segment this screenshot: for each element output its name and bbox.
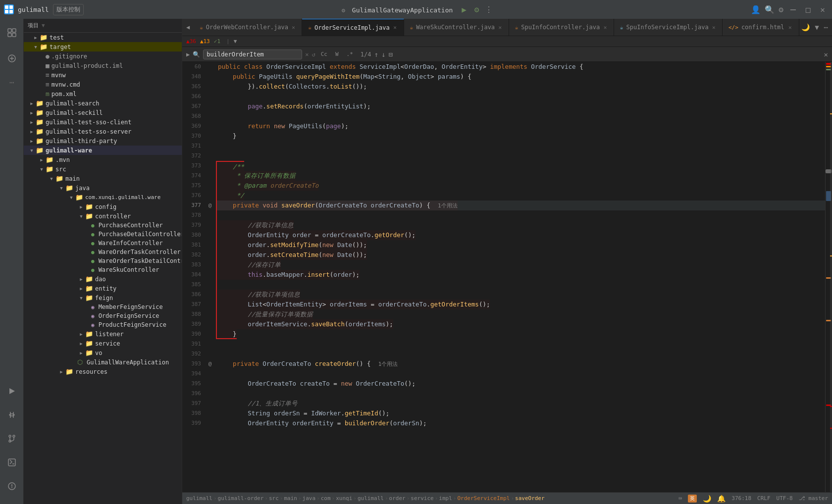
- breadcrumb-gulimall[interactable]: gulimall: [186, 495, 212, 502]
- split-editor-btn[interactable]: ⋯: [822, 22, 830, 32]
- tree-item-config[interactable]: ▶ 📁 config: [24, 202, 182, 211]
- tree-item-main[interactable]: ▼ 📁 main: [24, 174, 182, 183]
- debug-btn[interactable]: ⚙: [474, 5, 479, 14]
- project-label[interactable]: 项目: [28, 22, 39, 29]
- tree-item-mvnwcmd[interactable]: ≡ mvnw.cmd: [24, 80, 182, 89]
- tab-SpuInfoController[interactable]: ☕ SpuInfoController.java ✕: [509, 19, 614, 36]
- tree-item-java[interactable]: ▼ 📁 java: [24, 183, 182, 193]
- tree-item-MemberFeignService[interactable]: ◉ MemberFeignService: [24, 302, 182, 311]
- tree-item-gitignore[interactable]: ● .gitignore: [24, 51, 182, 61]
- tree-item-gulimall-sso-server[interactable]: ▶ 📁 gulimall-test-sso-server: [24, 127, 182, 136]
- sidebar-icon-terminal[interactable]: [2, 453, 22, 472]
- more-btn[interactable]: ⋮: [485, 5, 493, 14]
- breadcrumb-main[interactable]: main: [284, 495, 297, 502]
- tree-item-gulimall-third[interactable]: ▶ 📁 gulimall-third-party: [24, 136, 182, 146]
- search-next[interactable]: ↓: [381, 50, 385, 58]
- regex-btn[interactable]: .*: [344, 50, 356, 59]
- code-lines[interactable]: 60 public class OrderServiceImpl extends…: [182, 62, 825, 492]
- maximize-btn[interactable]: □: [803, 5, 814, 14]
- breadcrumb-com[interactable]: com: [321, 495, 331, 502]
- tree-item-service[interactable]: ▶ 📁 service: [24, 339, 182, 348]
- tree-item-package[interactable]: ▼ 📁 com.xunqi.gulimall.ware: [24, 193, 182, 202]
- search-refresh[interactable]: ↺: [312, 51, 315, 58]
- sidebar-icon-project[interactable]: [2, 23, 22, 43]
- line-ending[interactable]: CRLF: [757, 495, 771, 502]
- tree-item-target[interactable]: ▼ 📁 target: [24, 42, 182, 51]
- run-btn[interactable]: ▶: [462, 5, 467, 14]
- tab-WareSkuController[interactable]: ☕ WareSkuController.java ✕: [404, 19, 509, 36]
- breadcrumb-method[interactable]: saveOrder: [515, 495, 545, 502]
- tree-item-WareSkuController[interactable]: ● WareSkuController: [24, 265, 182, 274]
- breadcrumb-gulimall2[interactable]: gulimall: [358, 495, 384, 502]
- tree-item-pom[interactable]: m pom.xml: [24, 89, 182, 99]
- profile-icon[interactable]: 👤: [751, 5, 761, 14]
- search-clear[interactable]: ✕: [305, 51, 309, 58]
- git-branch[interactable]: ⎇ master: [799, 495, 828, 502]
- tree-item-WareInfoController[interactable]: ● WareInfoController: [24, 239, 182, 248]
- search-expand-btn[interactable]: ▶: [186, 51, 190, 58]
- tree-item-gulimall-seckill[interactable]: ▶ 📁 gulimall-seckill: [24, 108, 182, 117]
- tree-item-mvnw[interactable]: ≡ mvnw: [24, 70, 182, 80]
- tree-item-ProductFeignService[interactable]: ◉ ProductFeignService: [24, 320, 182, 329]
- sidebar-icon-run[interactable]: [2, 381, 22, 401]
- search-close[interactable]: ✕: [824, 50, 828, 58]
- moon-icon[interactable]: 🌙: [703, 495, 711, 503]
- tab-OrderServiceImpl[interactable]: ☕ OrderServiceImpl.java ✕: [302, 19, 404, 36]
- tree-item-OrderFeignService[interactable]: ◉ OrderFeignService: [24, 311, 182, 320]
- tree-item-PurchaseController[interactable]: ● PurchaseController: [24, 221, 182, 230]
- tab-confirm[interactable]: </> confirm.html ✕: [723, 19, 799, 36]
- tab-OrderWebController[interactable]: ☕ OrderWebController.java ✕: [194, 19, 302, 36]
- warning-count[interactable]: ▲13: [200, 38, 210, 45]
- search-filter[interactable]: ⊟: [388, 50, 392, 58]
- tree-item-iml[interactable]: ■ gulimall-product.iml: [24, 61, 182, 70]
- tab-scroll-left[interactable]: ◀: [182, 19, 194, 36]
- tree-item-mvn[interactable]: ▶ 📁 .mvn: [24, 155, 182, 164]
- tree-item-dao[interactable]: ▶ 📁 dao: [24, 274, 182, 284]
- encoding[interactable]: UTF-8: [777, 495, 793, 502]
- theme-toggle[interactable]: 🌙: [799, 22, 812, 32]
- project-name[interactable]: gulimall: [18, 6, 49, 13]
- minimize-btn[interactable]: ─: [787, 4, 799, 15]
- settings-icon[interactable]: ⚙: [779, 5, 783, 14]
- tree-item-entity[interactable]: ▶ 📁 entity: [24, 284, 182, 293]
- run-config-name[interactable]: GulimallGatewayApplication: [352, 6, 453, 14]
- search-icon[interactable]: 🔍: [765, 5, 775, 14]
- tree-item-gulimall-search[interactable]: ▶ 📁 gulimall-search: [24, 99, 182, 108]
- tree-item-WareOrderTaskController[interactable]: ● WareOrderTaskController: [24, 248, 182, 256]
- sidebar-icon-git[interactable]: [2, 429, 22, 449]
- tree-item-vo[interactable]: ▶ 📁 vo: [24, 348, 182, 357]
- breadcrumb-impl[interactable]: impl: [439, 495, 452, 502]
- tree-item-controller[interactable]: ▼ 📁 controller: [24, 211, 182, 221]
- tab-close-OrderServiceImpl[interactable]: ✕: [393, 24, 398, 32]
- breadcrumb-java[interactable]: java: [303, 495, 316, 502]
- tree-item-GulimallWareApplication[interactable]: ⬡ GulimallWareApplication: [24, 357, 182, 367]
- sidebar-icon-structure[interactable]: [2, 49, 22, 68]
- close-btn[interactable]: ✕: [817, 5, 828, 14]
- sidebar-icon-debug[interactable]: [2, 405, 22, 425]
- breadcrumb-src[interactable]: src: [269, 495, 279, 502]
- tree-item-resources[interactable]: ▶ 📁 resources: [24, 367, 182, 376]
- tree-item-test[interactable]: ▶ 📁 test: [24, 33, 182, 42]
- tree-item-WareOrderTaskDetailController[interactable]: ● WareOrderTaskDetailController: [24, 256, 182, 265]
- breadcrumb-xunqi[interactable]: xunqi: [336, 495, 352, 502]
- breadcrumb-gulimall-order[interactable]: gulimall-order: [218, 495, 264, 502]
- ok-count[interactable]: ✓1: [214, 38, 220, 45]
- tree-item-listener[interactable]: ▶ 📁 listener: [24, 329, 182, 339]
- search-prev[interactable]: ↑: [374, 50, 378, 58]
- sidebar-icon-notifications[interactable]: [2, 476, 22, 496]
- breadcrumb-class[interactable]: OrderServiceImpl: [457, 495, 510, 502]
- match-case-btn[interactable]: Cc: [318, 50, 330, 59]
- breadcrumb-service[interactable]: service: [411, 495, 433, 502]
- tab-SpuInfoServiceImpl[interactable]: ☕ SpuInfoServiceImpl.java ✕: [614, 19, 723, 36]
- tree-item-feign[interactable]: ▼ 📁 feign: [24, 293, 182, 302]
- tab-list-btn[interactable]: ▼: [813, 22, 821, 32]
- tree-item-gulimall-ware[interactable]: ▼ 📁 gulimall-ware: [24, 146, 182, 155]
- lang-icon[interactable]: 英: [688, 495, 697, 503]
- sidebar-icon-more[interactable]: ⋯: [2, 72, 22, 92]
- whole-word-btn[interactable]: W: [333, 50, 341, 59]
- search-input[interactable]: [203, 50, 302, 59]
- tree-item-gulimall-sso-client[interactable]: ▶ 📁 gulimall-test-sso-client: [24, 117, 182, 127]
- breadcrumb-order[interactable]: order: [389, 495, 406, 502]
- tree-item-PurchaseDetailController[interactable]: ● PurchaseDetailController: [24, 230, 182, 239]
- tree-item-src[interactable]: ▼ 📁 src: [24, 164, 182, 174]
